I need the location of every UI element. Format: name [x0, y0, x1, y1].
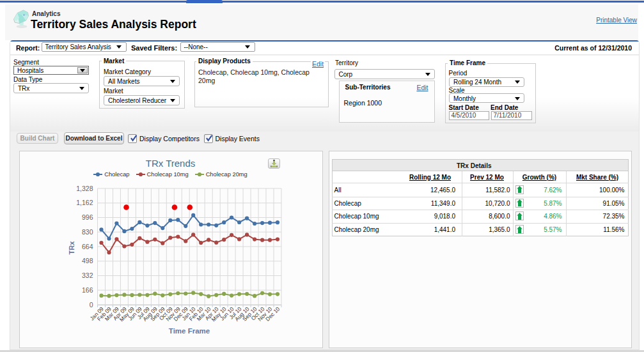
svg-text:166: 166: [82, 286, 93, 294]
svg-text:664: 664: [82, 243, 93, 250]
svg-text:Time Frame: Time Frame: [169, 327, 210, 335]
svg-text:TRx: TRx: [68, 241, 75, 255]
svg-text:1,162: 1,162: [76, 199, 93, 206]
svg-text:332: 332: [82, 272, 93, 279]
svg-text:0: 0: [90, 301, 93, 309]
svg-text:1,328: 1,328: [76, 185, 93, 192]
svg-text:830: 830: [82, 228, 93, 236]
svg-text:996: 996: [82, 213, 93, 221]
svg-text:498: 498: [82, 257, 93, 264]
